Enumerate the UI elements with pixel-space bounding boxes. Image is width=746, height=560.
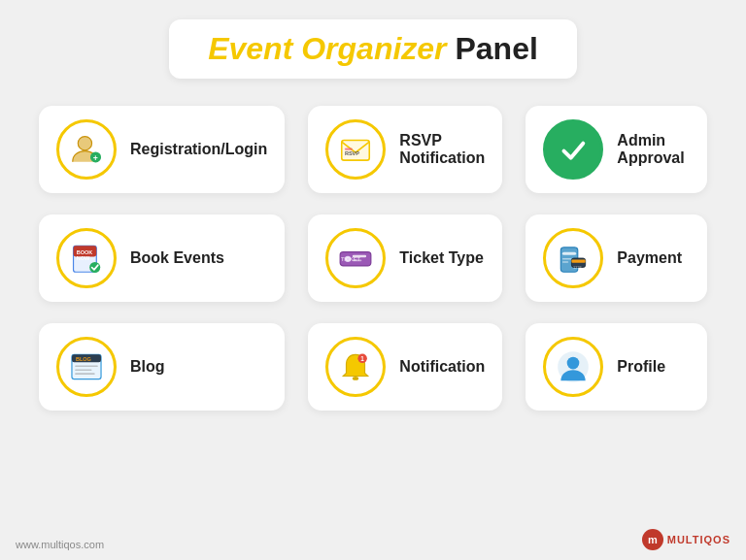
card-label-rsvp-notification: RSVP Notification <box>399 132 485 167</box>
title-box: Event Organizer Panel <box>169 19 577 79</box>
card-label-registration-login: Registration/Login <box>130 141 267 158</box>
svg-rect-19 <box>562 261 568 263</box>
svg-rect-28 <box>75 373 95 375</box>
svg-text:NOW: NOW <box>77 255 90 261</box>
card-notification[interactable]: 1 Notification <box>308 323 502 411</box>
svg-rect-18 <box>562 258 572 260</box>
svg-rect-4 <box>345 148 353 149</box>
card-book-events[interactable]: BOOK NOW Book Events <box>39 214 285 302</box>
card-profile[interactable]: Profile <box>526 323 707 411</box>
logo-icon: m <box>642 529 663 550</box>
card-ticket-type[interactable]: TICKET Ticket Type <box>308 214 502 302</box>
card-label-profile: Profile <box>617 358 665 376</box>
card-label-book-events: Book Events <box>130 249 224 267</box>
svg-rect-26 <box>75 365 98 367</box>
card-admin-approval[interactable]: Admin Approval <box>526 106 707 193</box>
icon-registration-login: + <box>56 119 117 180</box>
svg-point-29 <box>353 377 358 380</box>
svg-text:+: + <box>93 153 98 163</box>
svg-rect-21 <box>572 260 586 263</box>
svg-text:1: 1 <box>360 355 364 362</box>
icon-payment: 1234 <box>543 228 603 288</box>
icon-book-events: BOOK NOW <box>56 228 117 288</box>
page-wrapper: Event Organizer Panel + Registration/Log… <box>0 0 746 560</box>
svg-text:1234: 1234 <box>573 265 583 270</box>
icon-blog: BLOG <box>56 337 117 397</box>
svg-point-0 <box>78 137 91 150</box>
card-payment[interactable]: 1234 Payment <box>526 214 707 302</box>
card-blog[interactable]: BLOG Blog <box>39 323 285 411</box>
icon-admin-approval <box>543 119 603 180</box>
footer-logo: m MULTIQOS <box>642 529 730 550</box>
icon-notification: 1 <box>325 337 386 397</box>
svg-rect-17 <box>562 252 576 255</box>
svg-rect-27 <box>75 369 91 371</box>
svg-text:BOOK: BOOK <box>77 249 93 255</box>
card-registration-login[interactable]: + Registration/Login <box>39 106 285 193</box>
title-yellow: Event Organizer <box>208 31 446 66</box>
card-rsvp-notification[interactable]: RSVP RSVP Notification <box>308 106 502 193</box>
footer-url: www.multiqos.com <box>16 539 104 550</box>
svg-text:RSVP: RSVP <box>345 150 359 156</box>
svg-text:BLOG: BLOG <box>76 356 91 362</box>
icon-rsvp-notification: RSVP <box>325 119 386 180</box>
card-label-payment: Payment <box>617 249 682 267</box>
card-grid: + Registration/Login RSVP RSVP Notificat… <box>39 106 707 411</box>
footer-brand: MULTIQOS <box>667 534 730 545</box>
icon-profile <box>543 337 603 397</box>
icon-ticket-type: TICKET <box>325 228 386 288</box>
card-label-admin-approval: Admin Approval <box>617 132 690 167</box>
card-label-notification: Notification <box>399 358 485 376</box>
svg-text:TICKET: TICKET <box>341 256 361 262</box>
card-label-ticket-type: Ticket Type <box>399 249 484 267</box>
title-dark: Panel <box>447 31 538 66</box>
card-label-blog: Blog <box>130 358 165 376</box>
svg-point-33 <box>567 357 580 370</box>
